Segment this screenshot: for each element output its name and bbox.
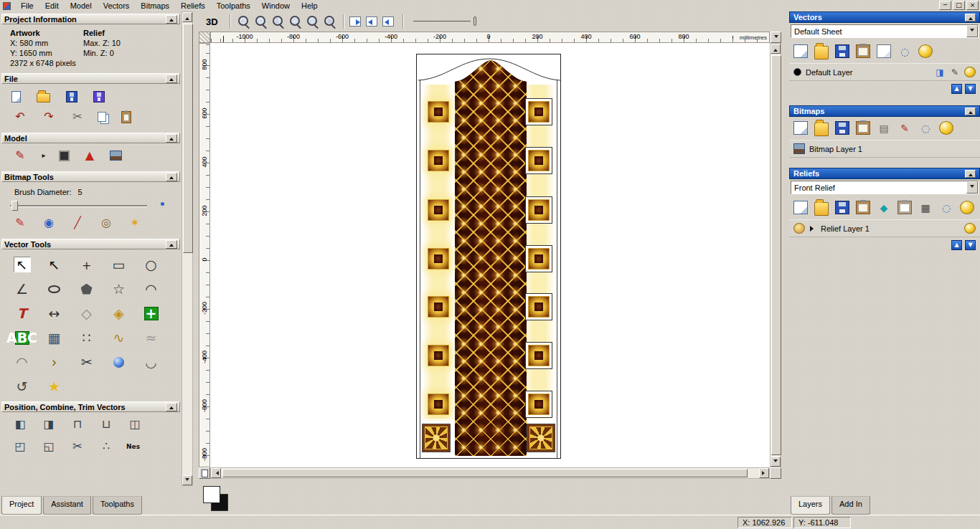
merge-vector-layers-icon[interactable] [856,44,870,58]
draw-icon[interactable]: ╱ [69,215,86,231]
primary-colour-swatch[interactable] [203,486,220,503]
create-ellipse-icon[interactable] [48,285,60,293]
scroll-thumb[interactable] [183,24,193,253]
menu-edit[interactable]: Edit [39,1,65,11]
tab-toolpaths[interactable]: Toolpaths [93,496,142,515]
section-header-project-information[interactable]: Project Information [1,14,180,24]
open-vector-layer-icon[interactable] [814,46,829,59]
paint-selective-icon[interactable]: ◉ [40,215,57,231]
scroll-right-icon[interactable] [759,468,769,478]
collapse-icon[interactable] [965,108,976,115]
menu-model[interactable]: Model [65,1,98,11]
relief-blend-icon[interactable]: ◆ [877,201,891,214]
toggle-assistant-panel-icon[interactable] [349,16,361,27]
toggle-all-bitmaps-icon[interactable] [939,121,953,135]
restore-button[interactable]: □ [953,1,965,10]
tab-assistant[interactable]: Assistant [43,496,91,515]
create-rectangle-icon[interactable]: ▭ [110,257,128,272]
weld-vectors-icon[interactable]: ◰ [11,439,29,454]
close-button[interactable]: × [966,1,979,10]
block-paste-icon[interactable]: + [144,307,159,320]
move-relief-down-icon[interactable]: ▼ [965,240,976,250]
tab-project[interactable]: Project [1,496,42,515]
sheet-combobox[interactable]: Default Sheet [791,24,979,38]
menu-reliefs[interactable]: Reliefs [175,1,211,11]
fit-arcs-icon[interactable]: ◠ [14,354,31,370]
toggle-layers-panel-icon[interactable] [382,16,394,27]
cut-icon[interactable]: ✂ [69,109,86,125]
model-canvas[interactable] [210,43,770,467]
collapse-icon[interactable] [166,403,177,411]
new-model-icon[interactable] [11,91,21,103]
paste-icon[interactable] [121,111,131,123]
adjust-model-flyout-icon[interactable]: ▸ [40,148,47,163]
save-model-icon[interactable] [66,91,77,103]
menu-vectors[interactable]: Vectors [98,1,136,11]
zoom-1to1-icon[interactable]: 1 [270,14,286,29]
smooth-polyline-icon[interactable]: ≈ [143,330,160,345]
colour-blend-icon[interactable]: ◎ [98,215,115,231]
relief-preview-icon[interactable]: ▲ [81,148,98,163]
export-model-icon[interactable] [93,91,105,103]
move-layer-up-icon[interactable]: ▲ [951,84,962,94]
tab-layers[interactable]: Layers [791,496,830,515]
copy-icon[interactable] [98,112,106,122]
paste-relief-icon[interactable] [897,201,912,214]
layer-snap-icon[interactable]: ◨ [934,67,946,77]
wrap-vectors-icon[interactable]: ↺ [14,378,31,394]
collapse-icon[interactable] [166,240,177,249]
align-left-icon[interactable]: ◧ [11,416,29,432]
align-top-icon[interactable]: ⊓ [69,416,86,432]
align-right-icon[interactable]: ◨ [40,416,57,432]
block-copy-icon[interactable]: ∷ [78,330,95,345]
relief-layer-row[interactable]: Relief Layer 1 [789,219,980,237]
align-bottom-icon[interactable]: ⊔ [98,416,115,432]
combine-vectors-icon[interactable]: ◱ [40,439,57,454]
slider-handle[interactable] [11,201,18,211]
section-header-bitmap-tools[interactable]: Bitmap Tools [1,171,180,182]
greyscale-view-icon[interactable] [59,151,70,161]
menu-toolpaths[interactable]: Toolpaths [211,1,256,11]
menu-file[interactable]: File [15,1,39,11]
brush-diameter-slider[interactable] [10,199,171,212]
view-blend-slider[interactable] [413,15,476,28]
move-layer-down-icon[interactable]: ▼ [965,84,976,94]
canvas-horizontal-scrollbar[interactable] [210,467,770,479]
canvas-vertical-scrollbar[interactable] [770,43,781,467]
menu-bitmaps[interactable]: Bitmaps [135,1,175,11]
page-preview-button[interactable] [199,467,210,479]
relief-visibility-icon[interactable] [964,223,976,234]
merge-relief-layers-icon[interactable] [856,201,870,214]
colour-swatches[interactable] [203,486,233,515]
create-freeform-icon[interactable]: ∿ [110,330,128,345]
scroll-up-icon[interactable] [771,44,781,54]
ruler-unit-dropdown[interactable] [771,32,781,43]
save-bitmap-layer-icon[interactable] [835,121,849,135]
delete-bitmap-layer-icon[interactable]: ◌ [918,121,933,135]
collapse-icon[interactable] [965,170,976,178]
trim-overlap-icon[interactable]: ✂ [69,439,86,454]
create-star-icon[interactable]: ☆ [110,281,128,297]
flood-fill-icon[interactable]: ✶ [126,215,143,231]
create-arc-icon[interactable]: ◠ [143,281,160,297]
new-relief-layer-icon[interactable] [793,201,808,214]
paste-text-block-icon[interactable]: ABC [15,331,29,345]
toggle-all-vectors-icon[interactable] [918,44,933,58]
zoom-box-icon[interactable]: □ [288,14,303,29]
bitmap-colours-icon[interactable]: ✎ [897,121,912,135]
collapse-icon[interactable] [965,14,976,22]
collapse-icon[interactable] [166,134,177,143]
redo-icon[interactable]: ↷ [40,109,57,125]
menu-window[interactable]: Window [256,1,296,11]
vector-layer-row[interactable]: Default Layer ◨✎ [789,63,980,81]
minimize-button[interactable]: ─ [939,1,951,10]
section-header-position-combine-trim[interactable]: Position, Combine, Trim Vectors [1,401,180,412]
expand-icon[interactable] [810,226,816,232]
open-bitmap-layer-icon[interactable] [814,123,829,136]
new-vector-layer-icon[interactable] [793,44,808,58]
toggle-all-reliefs-icon[interactable] [960,201,974,214]
section-header-vector-tools[interactable]: Vector Tools [1,239,180,249]
array-copy-icon[interactable]: ∴ [98,439,115,454]
zoom-objects-icon[interactable]: ▣ [322,14,337,29]
view-3d-button[interactable]: 3D [204,16,224,27]
